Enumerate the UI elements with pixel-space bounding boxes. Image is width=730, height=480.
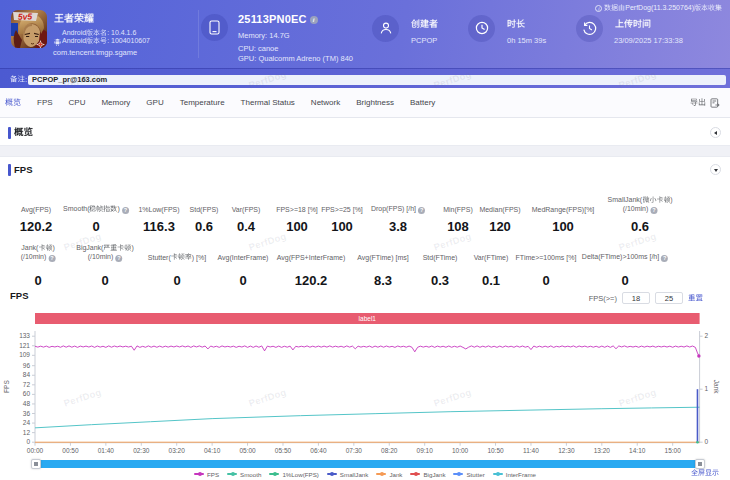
scrollbar-right-handle[interactable]	[695, 459, 705, 469]
metric-value: 0.6	[190, 219, 219, 234]
overview-collapse-button[interactable]	[710, 127, 721, 138]
fps-collapse-button[interactable]	[710, 164, 721, 175]
metric-label: Std(FTime)	[423, 244, 458, 262]
legend-item-interframe[interactable]: InterFrame	[493, 471, 536, 478]
legend-label: SmallJank	[340, 471, 369, 478]
svg-text:36: 36	[23, 410, 31, 417]
overview-title	[14, 126, 33, 137]
metric-var-fps: Var(FPS) 0.4	[232, 196, 261, 234]
help-icon[interactable]: ?	[122, 207, 129, 214]
metric-smalljank: SmallJank()(/10min)? 0.6	[608, 196, 673, 234]
svg-text:Jank: Jank	[713, 380, 720, 394]
tab-memory[interactable]: Memory	[101, 98, 130, 107]
legend-item-bigjank[interactable]: BigJank	[410, 471, 445, 478]
metric-medrange-fps: MedRange(FPS)[%] 100	[532, 196, 595, 234]
metric-smooth: Smooth()? 0	[63, 196, 129, 234]
legend-label: FPS	[207, 471, 219, 478]
export-button[interactable]	[690, 88, 720, 118]
export-icon	[710, 98, 720, 108]
help-icon[interactable]: ?	[115, 255, 122, 262]
svg-text:96: 96	[23, 362, 31, 369]
metric-1pct-low-fps: 1%Low(FPS) 116.3	[138, 196, 179, 234]
help-icon[interactable]: ?	[661, 255, 668, 262]
collapse-down-icon	[714, 169, 718, 172]
legend-item-stutter[interactable]: Stutter	[453, 471, 484, 478]
svg-text:05:50: 05:50	[275, 447, 292, 454]
tab-cpu[interactable]: CPU	[69, 98, 86, 107]
svg-text:label1: label1	[359, 315, 377, 322]
metric-avg-ftime: Avg(FTime) [ms] 8.3	[357, 244, 408, 288]
metric-value: 100	[532, 219, 595, 234]
legend-label: Jank	[389, 471, 402, 478]
legend-label: BigJank	[423, 471, 445, 478]
legend-marker	[327, 473, 337, 476]
help-icon[interactable]: ?	[48, 255, 55, 262]
device-info-icon[interactable]: i	[310, 16, 318, 24]
metric-ftime-ge-100ms: FTime>=100ms [%] 0	[516, 244, 577, 288]
legend-item-smooth[interactable]: Smooth	[227, 471, 261, 478]
legend-marker	[376, 473, 386, 476]
legend-item-fps[interactable]: FPS	[194, 471, 219, 478]
app-version-code: Android: 1004010607	[62, 37, 150, 44]
tab-overview[interactable]	[5, 98, 21, 107]
metric-value: 0.4	[232, 219, 261, 234]
remark-input[interactable]	[28, 75, 726, 85]
svg-text:72: 72	[23, 381, 31, 388]
duration-icon	[468, 15, 495, 42]
legend-item-1-low-fps-[interactable]: 1%Low(FPS)	[269, 471, 318, 478]
metric-label: Avg(FPS+InterFrame)	[277, 244, 346, 262]
tab-gpu[interactable]: GPU	[146, 98, 163, 107]
creator-icon	[372, 15, 399, 42]
svg-text:15:00: 15:00	[665, 447, 682, 454]
metric-value: 3.8	[371, 219, 425, 234]
info-icon: i	[595, 5, 602, 12]
tab-thermal-status[interactable]: Thermal Status	[241, 98, 295, 107]
creator-value: PCPOP	[411, 36, 437, 45]
metric-drop-fps: Drop(FPS) [/h]? 3.8	[371, 196, 425, 234]
tab-brightness[interactable]: Brightness	[356, 98, 394, 107]
metric-label: FPS>=25 [%]	[321, 196, 363, 214]
svg-text:08:20: 08:20	[381, 447, 398, 454]
overview-accent	[8, 127, 11, 139]
duration-value: 0h 15m 39s	[507, 36, 546, 45]
tab-battery[interactable]: Battery	[410, 98, 435, 107]
export-label	[690, 98, 706, 107]
device-memory: Memory: 14.7G	[238, 31, 290, 40]
metric-std-fps: Std(FPS) 0.6	[190, 196, 219, 234]
tab-network[interactable]: Network	[311, 98, 340, 107]
header-bar: 5v5 Android: 10.4.1.6 Android: 100401060…	[0, 0, 730, 68]
help-icon[interactable]: ?	[418, 207, 425, 214]
legend-marker	[410, 473, 420, 476]
legend-label: Smooth	[240, 471, 261, 478]
scrollbar-left-handle[interactable]	[31, 459, 41, 469]
svg-text:10:50: 10:50	[487, 447, 504, 454]
legend-item-smalljank[interactable]: SmallJank	[327, 471, 369, 478]
metric-label: SmallJank()(/10min)?	[608, 196, 673, 214]
fps-chart[interactable]: label113312110996847260483624120210FPSJa…	[0, 285, 730, 480]
svg-text:14:10: 14:10	[629, 447, 646, 454]
svg-text:133: 133	[19, 332, 30, 339]
metric-label: Avg(FTime) [ms]	[357, 244, 408, 262]
app-name	[54, 13, 94, 24]
legend-item-jank[interactable]: Jank	[376, 471, 402, 478]
help-icon[interactable]: ?	[650, 207, 657, 214]
svg-text:02:30: 02:30	[133, 447, 150, 454]
device-model: 25113PN0ECi	[238, 13, 318, 25]
tab-temperature[interactable]: Temperature	[180, 98, 225, 107]
svg-text:2: 2	[705, 332, 709, 339]
section-gap	[0, 146, 730, 157]
svg-text:5v5: 5v5	[18, 11, 33, 21]
metric-label: Std(FPS)	[190, 196, 219, 214]
fullscreen-button[interactable]	[691, 469, 719, 476]
svg-text:11:40: 11:40	[523, 447, 539, 454]
metric-label: 1%Low(FPS)	[138, 196, 179, 214]
metric-stutter: Stutter() [%] 0	[148, 244, 206, 288]
android-icon	[54, 32, 60, 39]
duration-label	[507, 19, 525, 29]
tab-fps[interactable]: FPS	[37, 98, 53, 107]
metric-label: Smooth()?	[63, 196, 129, 214]
chart-scrollbar[interactable]	[36, 460, 700, 468]
metric-label: Var(FTime)	[474, 244, 509, 262]
legend-marker	[269, 473, 279, 476]
svg-text:06:40: 06:40	[310, 447, 327, 454]
